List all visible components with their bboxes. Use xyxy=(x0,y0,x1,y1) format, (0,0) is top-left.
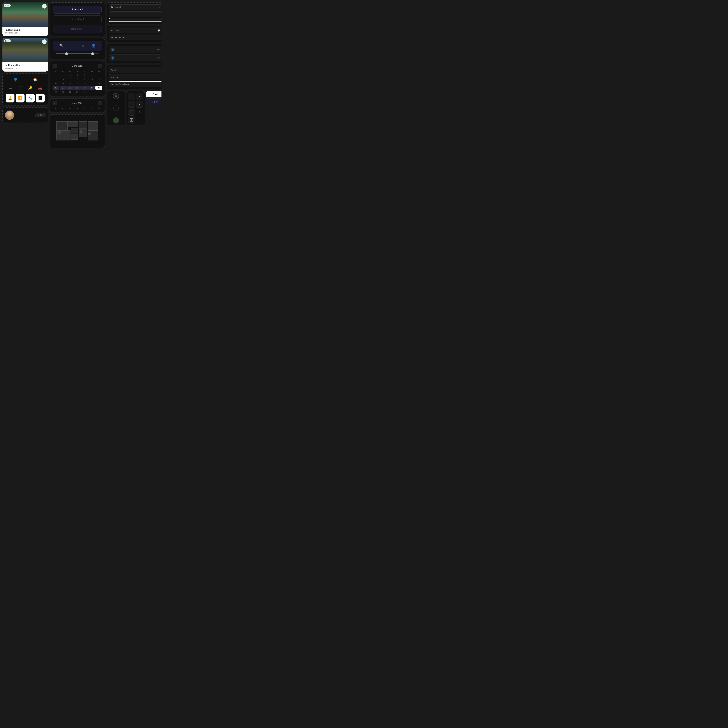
user-action-2[interactable]: Edit xyxy=(157,57,160,59)
cal-day-30[interactable]: 30 xyxy=(81,90,88,94)
cal-header-mo: MO xyxy=(52,70,60,73)
cal-day-10[interactable]: 10 xyxy=(88,77,95,81)
cal-day-3[interactable]: 3 xyxy=(81,73,88,77)
svg-rect-15 xyxy=(130,95,133,98)
favorite-button-1[interactable]: ♡ xyxy=(42,4,47,9)
car-icon[interactable]: 🚗 xyxy=(37,85,43,91)
check-button[interactable]: ✓ xyxy=(113,117,119,124)
tab-search[interactable]: 🔍 xyxy=(57,43,65,49)
cal-day-24[interactable]: 24 xyxy=(88,86,95,90)
checkbox-box-plus-1[interactable] xyxy=(136,93,143,100)
calendar-header-2: ‹ June 2022 › xyxy=(52,101,102,106)
user-action-1[interactable]: Edit xyxy=(157,49,160,51)
bed-icon[interactable]: 🛏 xyxy=(8,85,14,91)
password-label-row[interactable]: Password 💬 xyxy=(109,28,161,33)
property-location-2: Barcelona, Spain xyxy=(5,67,46,69)
cal-header-fr: FR xyxy=(81,70,88,73)
cal-day-17[interactable]: 17 xyxy=(88,82,95,86)
cal-day-7[interactable]: 7 xyxy=(67,77,74,81)
cal-day-4[interactable]: 4 xyxy=(88,73,95,77)
cal-day-8[interactable]: 8 xyxy=(74,77,81,81)
slider-thumb-left[interactable] xyxy=(65,52,68,55)
cal-day-21[interactable]: 21 xyxy=(67,86,74,90)
cal-day-23[interactable]: 23 xyxy=(81,86,88,90)
slider-track[interactable] xyxy=(55,54,99,54)
cal-day-15[interactable]: 15 xyxy=(74,82,81,86)
email-active-text: johndoe@mail.com xyxy=(111,83,160,86)
cal-prev-1[interactable]: ‹ xyxy=(52,64,57,68)
radio-btn-1[interactable] xyxy=(113,93,119,99)
cal-day-14[interactable]: 14 xyxy=(67,82,74,86)
email-input[interactable] xyxy=(109,67,161,73)
cal-day-1[interactable]: 1 xyxy=(67,73,74,77)
icons-panel: 👤 🏠 🛏 ⛶ 🔑 🚗 🔔 📶 🐾 🅿 xyxy=(2,73,48,106)
password-label: Password xyxy=(111,29,156,32)
slider-thumb-right[interactable] xyxy=(91,52,94,55)
checkbox-box-plus-2[interactable] xyxy=(136,101,143,108)
cal-header-su: SU xyxy=(95,70,102,73)
phone-clear-icon[interactable]: ✕ xyxy=(159,76,160,78)
parking-amenity-btn[interactable]: 🅿 xyxy=(36,93,44,102)
tab-profile[interactable]: 👤 xyxy=(90,43,97,49)
user-avatar-2: 👤 xyxy=(111,56,115,60)
cal-day-25[interactable]: 25 xyxy=(95,86,102,90)
cal-day-28[interactable]: 28 xyxy=(67,90,74,94)
cal-day-26[interactable]: 26 xyxy=(52,90,60,94)
checkbox-box-1[interactable] xyxy=(128,93,135,100)
cal-day-2[interactable]: 2 xyxy=(74,73,81,77)
cal-day-29[interactable]: 29 xyxy=(74,90,81,94)
password-dots-row[interactable]: •••••••••• xyxy=(109,35,161,40)
property-location-1: Barcelona, Spain xyxy=(5,32,46,34)
cal-day-12[interactable]: 12 xyxy=(52,82,60,86)
voice-bar-5 xyxy=(41,115,41,116)
user-row-2[interactable]: 👤 Edit xyxy=(109,54,161,61)
cal-prev-2[interactable]: ‹ xyxy=(52,101,57,106)
cal-day-18[interactable]: 18 xyxy=(95,82,102,86)
clear-icon[interactable]: ✕ xyxy=(159,13,160,15)
checkbox-box-2[interactable] xyxy=(128,101,135,108)
cal-day-16[interactable]: 16 xyxy=(81,82,88,86)
home-icon[interactable]: 🏠 xyxy=(32,76,38,83)
pet-amenity-btn[interactable]: 🐾 xyxy=(26,93,35,102)
cal-day-6[interactable]: 6 xyxy=(60,77,67,81)
wifi-amenity-btn[interactable]: 📶 xyxy=(16,93,25,102)
tab-favorites[interactable]: ♡ xyxy=(69,43,75,49)
cal-day-empty xyxy=(52,73,60,77)
phone-input-row[interactable]: johndoe ✕ xyxy=(109,74,161,80)
cal-day-13[interactable]: 13 xyxy=(60,82,67,86)
voice-bar-2 xyxy=(39,114,39,116)
search-clear-row[interactable]: ✕ xyxy=(109,11,161,17)
cal-day-empty3 xyxy=(95,73,102,77)
email-active-row[interactable]: johndoe@mail.com xyxy=(109,81,161,87)
cal-next-1[interactable]: › xyxy=(98,64,102,68)
expand-icon[interactable]: ⛶ xyxy=(17,85,23,91)
cal-day-5[interactable]: 5 xyxy=(52,77,60,81)
plus-box-1[interactable] xyxy=(128,117,135,124)
search-input-row[interactable]: 🔍 Search ⊞ xyxy=(109,5,161,10)
cal-day-19[interactable]: 19 xyxy=(52,86,60,90)
cal-day-20[interactable]: 20 xyxy=(60,86,67,90)
property-card-2[interactable]: 5.0 ★ ♡ La Roca Villa Barcelona, Spain xyxy=(2,38,48,72)
search-active-row[interactable] xyxy=(109,18,161,22)
primary-button[interactable]: Primary 1 xyxy=(53,6,102,14)
cal-day-27[interactable]: 27 xyxy=(60,90,67,94)
bell-amenity-btn[interactable]: 🔔 xyxy=(6,93,14,102)
user-row-1[interactable]: 👤 Edit xyxy=(109,46,161,53)
chat-button[interactable]: Chat xyxy=(146,91,161,97)
minus-box-1[interactable] xyxy=(128,109,135,116)
cal-day-9[interactable]: 9 xyxy=(81,77,88,81)
radio-circle-1[interactable] xyxy=(113,106,119,111)
tab-bag[interactable]: 🛍 xyxy=(79,43,86,49)
property-card-1[interactable]: 4.9 ★ ♡ Paseo House Barcelona, Spain xyxy=(2,2,48,36)
cal-day-11[interactable]: 11 xyxy=(95,77,102,81)
cal-day-22[interactable]: 22 xyxy=(74,86,81,90)
open-button[interactable]: Open xyxy=(146,98,161,105)
filter-icon[interactable]: ⊞ xyxy=(158,6,160,9)
search-icon: 🔍 xyxy=(111,6,113,9)
star-icon-2: ★ xyxy=(8,40,9,42)
cal-next-2[interactable]: › xyxy=(98,101,102,106)
favorite-button-2[interactable]: ♡ xyxy=(42,40,47,44)
person-icon[interactable]: 👤 xyxy=(12,76,18,83)
secondary-button[interactable]: Secondary 1 xyxy=(53,15,102,23)
key-icon[interactable]: 🔑 xyxy=(27,85,33,91)
